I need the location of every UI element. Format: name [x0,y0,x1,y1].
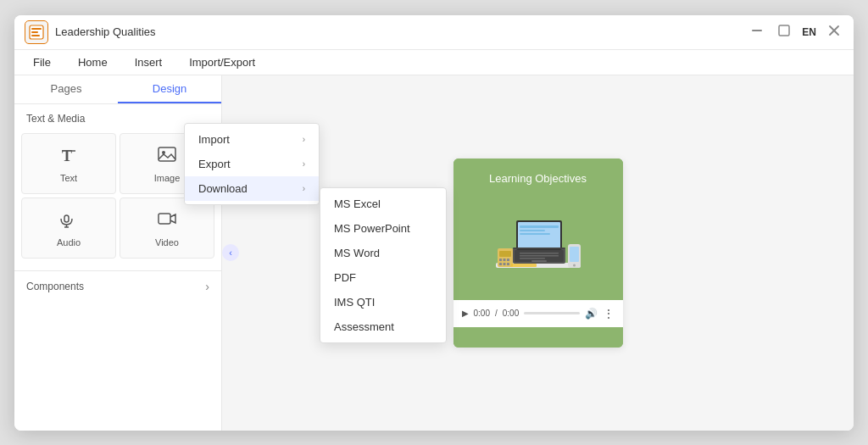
image-icon [157,144,177,169]
svg-rect-20 [520,255,559,257]
svg-rect-2 [31,31,38,33]
svg-rect-40 [511,264,537,267]
play-button[interactable]: ▶ [462,309,469,318]
menu-import-export[interactable]: Import/Export [184,53,260,72]
svg-rect-15 [159,214,170,224]
title-bar: Leadership Qualities EN [14,15,854,50]
sidebar-item-image-label: Image [154,173,181,183]
export-arrow-icon: › [303,159,305,169]
slide-card-controls: ▶ 0:00 / 0:00 🔊 ⋮ [453,300,623,327]
collapse-arrow[interactable]: ‹ [222,244,239,261]
minimize-button[interactable] [748,23,766,41]
window-controls: EN [748,23,843,41]
sidebar-tabs: Pages Design [14,75,221,104]
svg-rect-25 [520,225,559,228]
components-chevron-icon: › [205,280,209,293]
svg-rect-10 [159,147,175,161]
svg-rect-32 [503,259,505,261]
time-current: 0:00 [474,309,490,318]
slide-card: Learning Objectives [453,159,623,348]
time-total: 0:00 [503,309,519,318]
submenu-ms-excel[interactable]: MS Excel [320,192,446,216]
submenu-ims-qti[interactable]: IMS QTI [320,290,446,314]
menu-home[interactable]: Home [73,53,113,72]
download-submenu: MS Excel MS PowerPoint MS Word PDF IMS Q… [320,187,447,343]
svg-point-39 [573,264,576,266]
svg-rect-36 [507,263,509,265]
svg-rect-30 [499,251,511,257]
svg-rect-12 [64,215,69,222]
svg-rect-1 [31,28,42,30]
menu-bar: File Home Insert Import/Export [14,50,854,75]
svg-text:T: T [62,147,72,164]
app-icon [25,20,48,44]
svg-rect-38 [570,247,579,262]
slide-card-footer [453,327,623,348]
more-options-icon[interactable]: ⋮ [603,307,615,320]
submenu-assessment[interactable]: Assessment [320,314,446,339]
svg-rect-21 [520,258,545,259]
sidebar-item-audio-label: Audio [57,237,81,248]
svg-rect-5 [779,25,789,36]
sidebar-item-text-label: Text [60,173,77,183]
svg-rect-19 [520,253,559,254]
components-label: Components [26,281,84,292]
components-row[interactable]: Components › [14,270,221,302]
svg-rect-35 [503,263,505,265]
submenu-ms-powerpoint[interactable]: MS PowerPoint [320,216,446,241]
svg-rect-22 [531,260,547,262]
menu-insert[interactable]: Insert [130,53,168,72]
dropdown-item-import[interactable]: Import › [185,127,319,152]
svg-rect-31 [499,259,502,261]
import-export-dropdown: Import › Export › Download › [184,123,320,205]
sidebar-item-video-label: Video [155,237,179,248]
sidebar-item-audio[interactable]: Audio [21,197,116,259]
svg-rect-27 [520,233,550,235]
slide-card-title: Learning Objectives [453,159,623,193]
app-title: Leadership Qualities [55,25,748,38]
volume-icon[interactable]: 🔊 [585,308,598,320]
svg-rect-4 [752,30,762,31]
collapse-icon: ‹ [229,248,232,258]
progress-bar[interactable] [524,312,579,314]
audio-icon [58,209,79,233]
close-button[interactable] [825,23,843,41]
svg-rect-28 [513,248,565,249]
slide-card-image [453,193,623,300]
sidebar-item-text[interactable]: T Text [21,133,116,194]
tab-pages[interactable]: Pages [14,75,118,103]
submenu-ms-word[interactable]: MS Word [320,241,446,265]
svg-rect-34 [499,263,502,265]
maximize-button[interactable] [775,23,793,41]
menu-file[interactable]: File [28,53,56,72]
main-area: Pages Design Text & Media T Text Image [14,75,854,431]
submenu-pdf[interactable]: PDF [320,265,446,290]
dropdown-overlay: Import › Export › Download › MS Excel MS… [184,123,320,205]
text-icon: T [58,144,79,169]
download-arrow-icon: › [303,184,305,193]
video-icon [157,209,177,233]
dropdown-item-download[interactable]: Download › [185,176,319,201]
import-arrow-icon: › [303,135,305,144]
tab-design[interactable]: Design [118,75,221,103]
svg-rect-26 [520,230,545,231]
svg-rect-33 [507,259,509,261]
language-button[interactable]: EN [802,26,816,38]
sidebar-item-video[interactable]: Video [120,197,214,259]
svg-rect-3 [31,35,40,36]
app-window: Leadership Qualities EN File Home Insert… [14,15,854,431]
dropdown-item-export[interactable]: Export › [185,152,319,176]
